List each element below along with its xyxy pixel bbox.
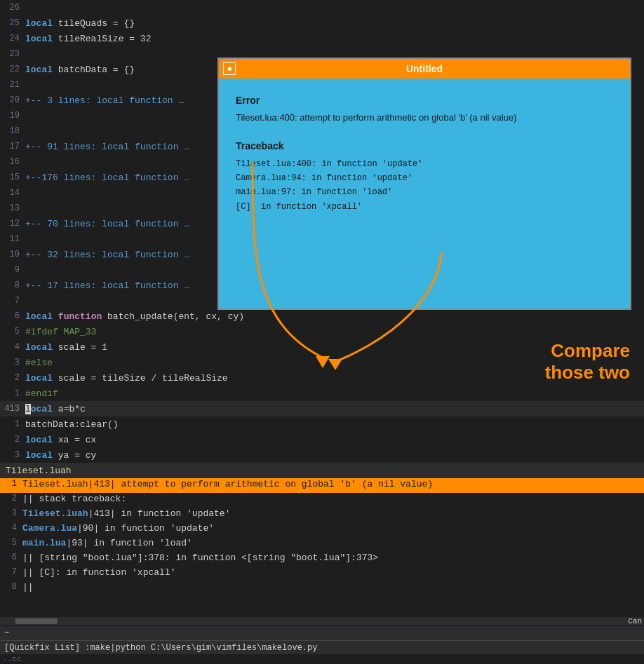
dialog-title: Untitled	[406, 63, 443, 74]
quickfix-text: [Quickfix List] :make|python C:\Users\gi…	[4, 643, 317, 653]
code-line-25: 25 local tileQuads = {}	[0, 15, 644, 31]
error-dialog[interactable]: ■ Untitled Error Tileset.lua:400: attemp…	[217, 57, 631, 310]
code-line-3-ya: 3 local ya = cy	[0, 447, 644, 463]
terminal-line-4: 4 Camera.lua|90| in function 'update'	[0, 522, 644, 537]
code-line-1-endif: 1 #endif	[0, 386, 644, 401]
code-line-5: 5 #ifdef MAP_33	[0, 324, 644, 339]
traceback-line-2: Camera.lua:94: in function 'update'	[236, 171, 613, 185]
terminal-line-7: 7 || [C]: in function 'xpcall'	[0, 567, 644, 581]
terminal-filename: Tileset.luah	[0, 463, 644, 478]
annotation-text: Comparethose two	[545, 340, 630, 384]
scrollbar-area[interactable]	[0, 617, 644, 625]
terminal-line-3: 3 Tileset.luah|413| in function 'update'	[0, 508, 644, 522]
code-line-2-xa: 2 local xa = cx	[0, 432, 644, 447]
terminal-line-5: 5 main.lua|93| in function 'load'	[0, 537, 644, 552]
quickfix-bar: [Quickfix List] :make|python C:\Users\gi…	[0, 640, 644, 654]
can-label: Can	[616, 617, 644, 625]
dialog-traceback-label: Traceback	[236, 138, 613, 154]
dialog-titlebar: ■ Untitled	[219, 59, 630, 79]
terminal-line-8: 8 ||	[0, 581, 644, 596]
code-line-24: 24 local tileRealSize = 32	[0, 31, 644, 46]
traceback-line-4: [C]: in function 'xpcall'	[236, 200, 613, 214]
dialog-traceback-lines: Tileset.lua:400: in function 'update' Ca…	[236, 157, 613, 215]
dialog-error-message: Tileset.lua:400: attempt to perform arit…	[236, 111, 613, 126]
code-line-413: 413 local a=b*c	[0, 401, 644, 416]
can-text: Can	[628, 617, 642, 625]
bottom-text: ..cc	[3, 655, 21, 663]
terminal-line-6: 6 || [string "boot.lua"]:378: in functio…	[0, 552, 644, 567]
annotation: Comparethose two	[545, 340, 630, 384]
scrollbar-thumb[interactable]	[15, 618, 58, 624]
tilde-indicator: ~	[4, 628, 9, 638]
code-line-26: 26	[0, 0, 644, 15]
bottom-bar: ..cc	[0, 654, 644, 664]
traceback-line-1: Tileset.lua:400: in function 'update'	[236, 157, 613, 171]
dialog-window-icon: ■	[223, 62, 236, 75]
code-line-6: 6 local function batch_update(ent, cx, c…	[0, 309, 644, 324]
dialog-body: Error Tileset.lua:400: attempt to perfor…	[219, 79, 630, 228]
terminal-line-1: 1 Tileset.luah|413| attempt to perform a…	[0, 478, 644, 493]
dialog-error-label: Error	[236, 93, 613, 108]
terminal-line-2: 2 || stack traceback:	[0, 493, 644, 508]
status-bar: ~	[0, 626, 644, 640]
code-line-1-batch: 1 batchData:clear()	[0, 416, 644, 432]
traceback-line-3: main.lua:97: in function 'load'	[236, 185, 613, 199]
terminal-area: Tileset.luah 1 Tileset.luah|413| attempt…	[0, 463, 644, 621]
